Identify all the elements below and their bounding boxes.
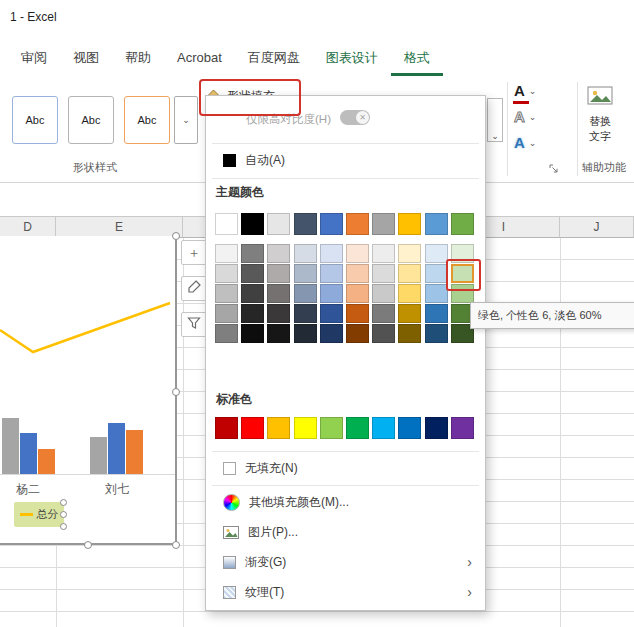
color-swatch[interactable] xyxy=(241,264,264,283)
shape-style-gallery-more-button[interactable]: ⌄ xyxy=(174,96,198,144)
text-effects-button[interactable]: A ⌄ xyxy=(514,136,536,150)
color-swatch[interactable] xyxy=(372,417,395,439)
color-swatch[interactable] xyxy=(267,304,290,323)
color-swatch[interactable] xyxy=(451,417,474,439)
color-swatch[interactable] xyxy=(294,324,317,343)
color-swatch[interactable] xyxy=(398,417,421,439)
color-swatch[interactable] xyxy=(215,304,238,323)
selection-handle[interactable] xyxy=(84,541,92,549)
selection-handle[interactable] xyxy=(60,523,67,530)
color-swatch[interactable] xyxy=(346,324,369,343)
color-swatch[interactable] xyxy=(372,264,395,283)
color-swatch[interactable] xyxy=(425,417,448,439)
color-swatch[interactable] xyxy=(398,304,421,323)
tab-help[interactable]: 帮助 xyxy=(112,42,164,76)
color-swatch[interactable] xyxy=(215,324,238,343)
tab-baidu-netdisk[interactable]: 百度网盘 xyxy=(235,42,313,76)
chart-style-button[interactable] xyxy=(181,276,207,301)
menu-item-no-fill[interactable]: 无填充(N) xyxy=(207,456,484,480)
color-swatch[interactable] xyxy=(320,264,343,283)
color-swatch[interactable] xyxy=(294,244,317,263)
tab-format[interactable]: 格式 xyxy=(391,42,443,76)
color-swatch[interactable] xyxy=(215,244,238,263)
shape-style-preset-1[interactable]: Abc xyxy=(12,96,58,144)
selection-handle[interactable] xyxy=(172,541,180,549)
color-swatch[interactable] xyxy=(451,264,474,283)
color-swatch[interactable] xyxy=(372,304,395,323)
high-contrast-toggle[interactable]: ✕ xyxy=(340,110,370,125)
color-swatch[interactable] xyxy=(320,284,343,303)
color-swatch[interactable] xyxy=(267,244,290,263)
color-swatch[interactable] xyxy=(241,324,264,343)
color-swatch[interactable] xyxy=(372,213,395,235)
chart-area[interactable]: 杨二 刘七 总分 xyxy=(0,236,177,545)
color-swatch[interactable] xyxy=(267,264,290,283)
color-swatch[interactable] xyxy=(398,264,421,283)
color-swatch[interactable] xyxy=(320,304,343,323)
text-outline-button[interactable]: A ⌄ xyxy=(514,110,536,124)
chart-elements-button[interactable]: ＋ xyxy=(181,240,207,265)
color-swatch[interactable] xyxy=(241,244,264,263)
color-swatch[interactable] xyxy=(425,244,448,263)
color-swatch[interactable] xyxy=(215,264,238,283)
color-swatch[interactable] xyxy=(425,304,448,323)
tab-review[interactable]: 审阅 xyxy=(8,42,60,76)
color-swatch[interactable] xyxy=(372,284,395,303)
column-header-j[interactable]: J xyxy=(560,216,634,238)
color-swatch[interactable] xyxy=(451,213,474,235)
color-swatch[interactable] xyxy=(241,213,264,235)
selection-handle[interactable] xyxy=(172,388,180,396)
tab-view[interactable]: 视图 xyxy=(60,42,112,76)
menu-item-more-fill-colors[interactable]: 其他填充颜色(M)... xyxy=(207,490,484,514)
text-fill-button[interactable]: A ⌄ xyxy=(514,84,536,98)
color-swatch[interactable] xyxy=(398,284,421,303)
color-swatch[interactable] xyxy=(346,264,369,283)
color-swatch[interactable] xyxy=(425,213,448,235)
color-swatch[interactable] xyxy=(294,264,317,283)
color-swatch[interactable] xyxy=(425,264,448,283)
color-swatch[interactable] xyxy=(451,284,474,303)
color-swatch[interactable] xyxy=(398,324,421,343)
color-swatch[interactable] xyxy=(294,213,317,235)
color-swatch[interactable] xyxy=(372,244,395,263)
color-swatch[interactable] xyxy=(267,284,290,303)
color-swatch[interactable] xyxy=(294,417,317,439)
color-swatch[interactable] xyxy=(398,213,421,235)
color-swatch[interactable] xyxy=(346,417,369,439)
selection-handle[interactable] xyxy=(60,499,67,506)
alt-text-button[interactable]: 替换 文字 xyxy=(578,86,622,144)
menu-item-gradient[interactable]: 渐变(G) › xyxy=(207,550,484,574)
selection-handle[interactable] xyxy=(172,232,180,240)
color-swatch[interactable] xyxy=(320,244,343,263)
color-swatch[interactable] xyxy=(267,324,290,343)
dialog-launcher-icon[interactable] xyxy=(549,160,559,178)
color-swatch[interactable] xyxy=(320,324,343,343)
color-swatch[interactable] xyxy=(320,213,343,235)
color-swatch[interactable] xyxy=(241,417,264,439)
color-swatch[interactable] xyxy=(320,417,343,439)
wordart-gallery-more-button[interactable]: ⌄ xyxy=(487,98,503,142)
menu-item-automatic[interactable]: 自动(A) xyxy=(207,148,484,172)
color-swatch[interactable] xyxy=(398,244,421,263)
color-swatch[interactable] xyxy=(267,417,290,439)
color-swatch[interactable] xyxy=(215,213,238,235)
color-swatch[interactable] xyxy=(425,284,448,303)
chart-filter-button[interactable] xyxy=(181,312,207,337)
color-swatch[interactable] xyxy=(215,284,238,303)
color-swatch[interactable] xyxy=(425,324,448,343)
color-swatch[interactable] xyxy=(294,304,317,323)
color-swatch[interactable] xyxy=(241,304,264,323)
color-swatch[interactable] xyxy=(346,244,369,263)
menu-item-texture[interactable]: 纹理(T) › xyxy=(207,580,484,604)
color-swatch[interactable] xyxy=(294,284,317,303)
color-swatch[interactable] xyxy=(451,244,474,263)
column-header-e[interactable]: E xyxy=(56,216,183,238)
color-swatch[interactable] xyxy=(346,304,369,323)
menu-item-picture[interactable]: 图片(P)... xyxy=(207,520,484,544)
tab-chart-design[interactable]: 图表设计 xyxy=(313,42,391,76)
selection-handle[interactable] xyxy=(60,511,67,518)
color-swatch[interactable] xyxy=(267,213,290,235)
tab-acrobat[interactable]: Acrobat xyxy=(164,42,235,76)
chart-legend[interactable]: 总分 xyxy=(14,502,64,527)
color-swatch[interactable] xyxy=(346,284,369,303)
